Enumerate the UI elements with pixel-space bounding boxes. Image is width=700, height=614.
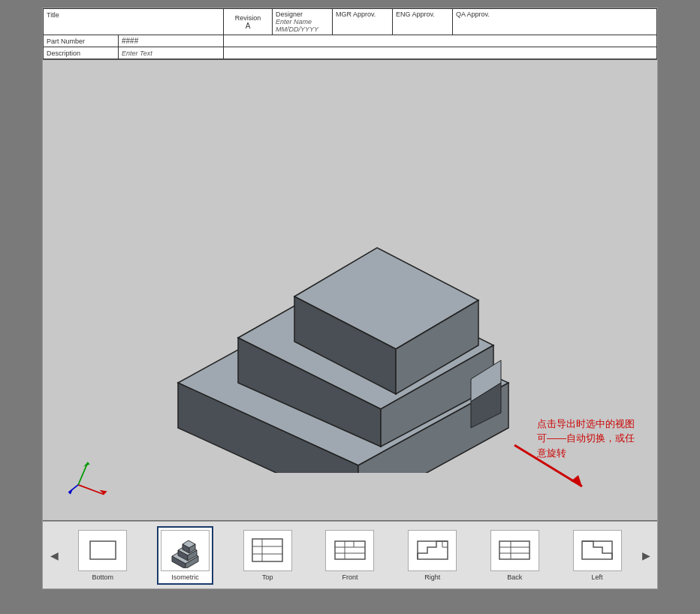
thumb-left-label: Left bbox=[592, 573, 603, 581]
eng-label: ENG Approv. bbox=[396, 11, 449, 18]
thumb-left-svg bbox=[578, 535, 616, 565]
thumb-items: Bottom Isomet bbox=[62, 526, 638, 585]
thumb-back[interactable]: Back bbox=[487, 526, 543, 585]
thumb-bottom[interactable]: Bottom bbox=[74, 526, 131, 585]
thumb-iso-svg bbox=[164, 532, 206, 568]
page-container: Title Revision A Designer Enter Name MM/… bbox=[42, 8, 658, 589]
thumb-bottom-box bbox=[78, 530, 127, 571]
title-label: Title bbox=[47, 11, 59, 19]
thumb-right-svg bbox=[414, 535, 451, 565]
thumb-front[interactable]: Front bbox=[321, 526, 378, 585]
qa-cell[interactable]: QA Approv. bbox=[453, 9, 513, 35]
title-row-3: Description Enter Text bbox=[44, 47, 656, 59]
thumb-isometric-box bbox=[161, 530, 210, 571]
thumb-isometric[interactable]: Isometric bbox=[157, 526, 213, 585]
thumb-back-box bbox=[490, 530, 539, 571]
qa-label: QA Approv. bbox=[456, 11, 510, 18]
thumbnail-strip: ◀ Bottom bbox=[43, 521, 657, 588]
title-row-2: Part Number #### bbox=[44, 35, 656, 47]
prev-nav[interactable]: ◀ bbox=[47, 548, 62, 563]
thumb-front-label: Front bbox=[342, 573, 358, 581]
thumb-front-svg bbox=[331, 535, 369, 565]
designer-value: Enter Name bbox=[276, 18, 329, 26]
svg-rect-33 bbox=[335, 541, 365, 559]
thumb-right-label: Right bbox=[424, 573, 440, 581]
thumb-right-box bbox=[408, 530, 457, 571]
thumb-left-box bbox=[573, 530, 622, 571]
date-value: MM/DD/YYYY bbox=[276, 26, 329, 33]
eng-cell[interactable]: ENG Approv. bbox=[393, 9, 453, 35]
svg-marker-18 bbox=[571, 475, 582, 486]
desc-value-cell[interactable]: Enter Text bbox=[119, 47, 224, 59]
thumb-back-label: Back bbox=[507, 573, 522, 581]
desc-label: Description bbox=[47, 50, 80, 57]
svg-line-13 bbox=[78, 462, 88, 485]
staircase-svg bbox=[118, 105, 539, 473]
title-row-1: Title Revision A Designer Enter Name MM/… bbox=[44, 9, 656, 35]
next-nav[interactable]: ▶ bbox=[638, 548, 653, 563]
svg-rect-38 bbox=[418, 541, 448, 559]
desc-extra bbox=[224, 47, 656, 59]
svg-line-11 bbox=[78, 485, 104, 495]
partnum-label-cell: Part Number bbox=[44, 35, 119, 47]
annotation-line1: 点击导出时选中的视图 bbox=[537, 418, 635, 429]
viewport-area[interactable]: 点击导出时选中的视图 可——自动切换，或任 意旋转 bbox=[43, 59, 657, 521]
axis-indicator bbox=[65, 453, 110, 498]
desc-label-cell: Description bbox=[44, 47, 119, 59]
revision-label: Revision bbox=[235, 14, 261, 22]
svg-line-17 bbox=[514, 445, 582, 486]
thumb-top-svg bbox=[249, 535, 286, 565]
mgr-label: MGR Approv. bbox=[336, 11, 389, 18]
thumb-top-label: Top bbox=[262, 573, 273, 581]
svg-rect-43 bbox=[582, 541, 612, 559]
revision-value: A bbox=[246, 22, 251, 30]
svg-rect-19 bbox=[90, 541, 116, 559]
thumb-front-box bbox=[325, 530, 374, 571]
annotation-arrow-svg bbox=[507, 438, 597, 498]
thumb-left[interactable]: Left bbox=[569, 526, 626, 585]
partnum-extra bbox=[224, 35, 656, 47]
partnum-value-cell[interactable]: #### bbox=[119, 35, 224, 47]
thumb-isometric-label: Isometric bbox=[171, 573, 199, 581]
thumb-back-svg bbox=[496, 535, 533, 565]
partnum-value: #### bbox=[122, 37, 138, 45]
partnum-label: Part Number bbox=[47, 38, 85, 45]
mgr-cell[interactable]: MGR Approv. bbox=[333, 9, 393, 35]
revision-cell[interactable]: Revision A bbox=[224, 9, 273, 35]
thumb-bottom-label: Bottom bbox=[92, 573, 114, 581]
thumb-top-box bbox=[243, 530, 292, 571]
thumb-right[interactable]: Right bbox=[404, 526, 460, 585]
desc-value: Enter Text bbox=[122, 50, 152, 57]
designer-cell[interactable]: Designer Enter Name MM/DD/YYYY bbox=[273, 9, 333, 35]
title-block: Title Revision A Designer Enter Name MM/… bbox=[43, 8, 657, 59]
thumb-bottom-svg bbox=[84, 535, 122, 565]
svg-rect-39 bbox=[499, 541, 530, 559]
svg-rect-29 bbox=[252, 539, 282, 561]
designer-label: Designer bbox=[276, 11, 329, 18]
title-cell[interactable]: Title bbox=[44, 9, 224, 35]
thumb-top[interactable]: Top bbox=[240, 526, 296, 585]
